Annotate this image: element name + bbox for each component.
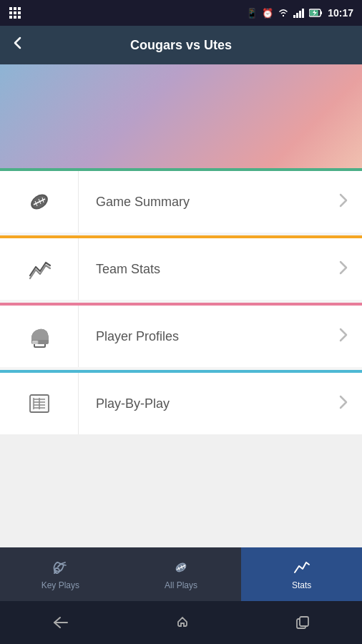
svg-rect-40: [300, 617, 308, 626]
hero-banner: [0, 64, 362, 168]
svg-rect-12: [302, 9, 304, 18]
football-nav-icon: [172, 558, 190, 577]
nav-all-plays[interactable]: All Plays: [121, 547, 242, 601]
nav-key-plays-label: Key Plays: [41, 580, 79, 590]
svg-rect-3: [9, 11, 12, 14]
svg-rect-0: [9, 7, 12, 10]
svg-rect-11: [299, 11, 301, 18]
bottom-nav: Key Plays All Plays Stats: [0, 547, 362, 601]
nav-stats-label: Stats: [292, 580, 311, 590]
svg-rect-7: [14, 16, 16, 19]
game-summary-icon-wrap: [0, 171, 79, 233]
play-by-play-chevron: [339, 395, 362, 413]
grid-icon: [9, 6, 21, 19]
whistle-icon: [51, 558, 69, 577]
status-bar-left: [9, 6, 21, 19]
back-button[interactable]: [10, 35, 26, 55]
status-bar: 📱 ⏰ 10:17: [0, 0, 362, 26]
stats-icon: [24, 254, 54, 284]
battery-icon: [309, 9, 323, 17]
game-summary-label: Game Summary: [79, 195, 339, 210]
svg-rect-4: [14, 11, 16, 14]
nav-stats[interactable]: Stats: [241, 547, 362, 601]
play-by-play-item[interactable]: Play-By-Play: [0, 370, 362, 434]
team-stats-chevron: [339, 260, 362, 278]
svg-rect-9: [293, 15, 295, 18]
player-profiles-chevron: [339, 328, 362, 346]
game-summary-chevron: [339, 193, 362, 211]
play-by-play-icon-wrap: [0, 373, 79, 434]
system-nav-bar: [0, 601, 362, 644]
clock-icon: ⏰: [262, 8, 273, 19]
svg-rect-5: [18, 11, 21, 14]
sys-recents-button[interactable]: [296, 616, 309, 629]
team-stats-item[interactable]: Team Stats: [0, 235, 362, 300]
menu-list: Game Summary Team Stats: [0, 168, 362, 434]
svg-rect-1: [14, 7, 16, 10]
svg-rect-21: [32, 341, 38, 344]
phone-icon: 📱: [246, 8, 258, 19]
page-title: Cougars vs Utes: [130, 38, 232, 53]
app-header: Cougars vs Utes: [0, 26, 362, 64]
svg-rect-2: [18, 7, 21, 10]
svg-rect-8: [18, 16, 21, 19]
svg-rect-10: [296, 13, 298, 18]
game-summary-item[interactable]: Game Summary: [0, 168, 362, 233]
wifi-icon: [278, 8, 289, 19]
football-icon: [24, 187, 54, 217]
nav-all-plays-label: All Plays: [165, 580, 197, 590]
team-stats-label: Team Stats: [79, 262, 339, 277]
cellular-icon: [293, 8, 305, 18]
play-by-play-label: Play-By-Play: [79, 396, 339, 411]
sys-home-button[interactable]: [175, 615, 190, 630]
svg-line-31: [63, 565, 66, 565]
stats-nav-icon: [293, 558, 311, 577]
player-profiles-icon-wrap: [0, 306, 79, 367]
svg-line-30: [61, 562, 65, 564]
player-profiles-item[interactable]: Player Profiles: [0, 303, 362, 367]
status-time: 10:17: [328, 7, 353, 19]
team-stats-icon-wrap: [0, 238, 79, 300]
svg-rect-6: [9, 16, 12, 19]
sys-back-button[interactable]: [53, 616, 69, 629]
helmet-icon: [24, 321, 54, 351]
list-icon: [24, 389, 54, 419]
player-profiles-label: Player Profiles: [79, 329, 339, 344]
nav-key-plays[interactable]: Key Plays: [0, 547, 121, 601]
status-bar-right: 📱 ⏰ 10:17: [246, 7, 353, 19]
